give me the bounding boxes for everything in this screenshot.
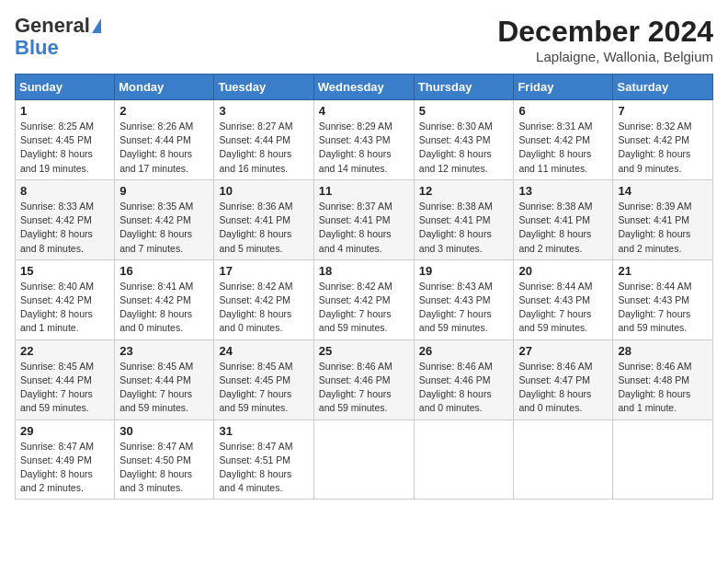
calendar-cell: 13Sunrise: 8:38 AMSunset: 4:41 PMDayligh…	[514, 179, 613, 259]
day-info: Sunrise: 8:44 AMSunset: 4:43 PMDaylight:…	[518, 280, 608, 336]
calendar-cell: 5Sunrise: 8:30 AMSunset: 4:43 PMDaylight…	[414, 100, 514, 180]
day-number: 30	[119, 424, 209, 438]
day-number: 6	[518, 104, 608, 118]
day-info: Sunrise: 8:36 AMSunset: 4:41 PMDaylight:…	[219, 200, 308, 256]
day-number: 12	[419, 184, 509, 198]
week-row-5: 29Sunrise: 8:47 AMSunset: 4:49 PMDayligh…	[16, 419, 713, 500]
calendar-cell: 15Sunrise: 8:40 AMSunset: 4:42 PMDayligh…	[16, 259, 115, 339]
day-number: 13	[518, 184, 608, 198]
day-info: Sunrise: 8:47 AMSunset: 4:49 PMDaylight:…	[20, 440, 109, 496]
day-number: 21	[618, 264, 708, 278]
day-number: 24	[219, 344, 308, 358]
day-info: Sunrise: 8:43 AMSunset: 4:43 PMDaylight:…	[419, 280, 509, 336]
calendar-cell: 11Sunrise: 8:37 AMSunset: 4:41 PMDayligh…	[313, 179, 414, 259]
day-number: 5	[419, 104, 509, 118]
day-number: 15	[20, 264, 109, 278]
page-header: General Blue December 2024 Laplaigne, Wa…	[15, 15, 713, 64]
day-info: Sunrise: 8:47 AMSunset: 4:51 PMDaylight:…	[219, 440, 308, 496]
calendar-cell: 27Sunrise: 8:46 AMSunset: 4:47 PMDayligh…	[514, 339, 613, 419]
day-info: Sunrise: 8:27 AMSunset: 4:44 PMDaylight:…	[219, 120, 308, 176]
day-number: 16	[119, 264, 209, 278]
day-info: Sunrise: 8:45 AMSunset: 4:44 PMDaylight:…	[119, 360, 209, 416]
calendar-cell: 4Sunrise: 8:29 AMSunset: 4:43 PMDaylight…	[313, 100, 414, 180]
day-info: Sunrise: 8:45 AMSunset: 4:44 PMDaylight:…	[20, 360, 109, 416]
calendar-header-monday: Monday	[115, 75, 214, 100]
calendar-cell: 26Sunrise: 8:46 AMSunset: 4:46 PMDayligh…	[414, 339, 514, 419]
title-block: December 2024 Laplaigne, Wallonia, Belgi…	[497, 15, 713, 64]
calendar-header-tuesday: Tuesday	[214, 75, 313, 100]
day-number: 27	[518, 344, 608, 358]
day-number: 17	[219, 264, 308, 278]
day-info: Sunrise: 8:40 AMSunset: 4:42 PMDaylight:…	[20, 280, 109, 336]
month-title: December 2024	[497, 15, 713, 49]
calendar-body: 1Sunrise: 8:25 AMSunset: 4:45 PMDaylight…	[16, 100, 713, 500]
calendar-cell: 18Sunrise: 8:42 AMSunset: 4:42 PMDayligh…	[313, 259, 414, 339]
day-info: Sunrise: 8:26 AMSunset: 4:44 PMDaylight:…	[119, 120, 209, 176]
day-info: Sunrise: 8:46 AMSunset: 4:47 PMDaylight:…	[518, 360, 608, 416]
calendar-cell: 29Sunrise: 8:47 AMSunset: 4:49 PMDayligh…	[16, 419, 115, 500]
calendar-cell	[514, 419, 613, 500]
day-info: Sunrise: 8:44 AMSunset: 4:43 PMDaylight:…	[618, 280, 708, 336]
logo: General Blue	[15, 15, 101, 59]
day-info: Sunrise: 8:41 AMSunset: 4:42 PMDaylight:…	[119, 280, 209, 336]
day-number: 28	[618, 344, 708, 358]
calendar-header-sunday: Sunday	[16, 75, 115, 100]
day-info: Sunrise: 8:25 AMSunset: 4:45 PMDaylight:…	[20, 120, 109, 176]
day-number: 1	[20, 104, 109, 118]
day-number: 4	[319, 104, 409, 118]
calendar-cell: 24Sunrise: 8:45 AMSunset: 4:45 PMDayligh…	[214, 339, 313, 419]
calendar-cell: 7Sunrise: 8:32 AMSunset: 4:42 PMDaylight…	[613, 100, 713, 180]
day-info: Sunrise: 8:46 AMSunset: 4:46 PMDaylight:…	[319, 360, 409, 416]
day-info: Sunrise: 8:32 AMSunset: 4:42 PMDaylight:…	[618, 120, 708, 176]
calendar-cell: 10Sunrise: 8:36 AMSunset: 4:41 PMDayligh…	[214, 179, 313, 259]
calendar-header-thursday: Thursday	[414, 75, 514, 100]
calendar-header-wednesday: Wednesday	[313, 75, 414, 100]
calendar-cell	[313, 419, 414, 500]
day-number: 10	[219, 184, 308, 198]
day-info: Sunrise: 8:39 AMSunset: 4:41 PMDaylight:…	[618, 200, 708, 256]
day-info: Sunrise: 8:38 AMSunset: 4:41 PMDaylight:…	[518, 200, 608, 256]
calendar-cell: 23Sunrise: 8:45 AMSunset: 4:44 PMDayligh…	[115, 339, 214, 419]
calendar-header-row: SundayMondayTuesdayWednesdayThursdayFrid…	[16, 75, 713, 100]
calendar-header-friday: Friday	[514, 75, 613, 100]
calendar-cell: 16Sunrise: 8:41 AMSunset: 4:42 PMDayligh…	[115, 259, 214, 339]
calendar-cell: 31Sunrise: 8:47 AMSunset: 4:51 PMDayligh…	[214, 419, 313, 500]
day-number: 26	[419, 344, 509, 358]
day-info: Sunrise: 8:42 AMSunset: 4:42 PMDaylight:…	[219, 280, 308, 336]
calendar-cell: 12Sunrise: 8:38 AMSunset: 4:41 PMDayligh…	[414, 179, 514, 259]
calendar-header-saturday: Saturday	[613, 75, 713, 100]
day-number: 29	[20, 424, 109, 438]
day-info: Sunrise: 8:33 AMSunset: 4:42 PMDaylight:…	[20, 200, 109, 256]
day-info: Sunrise: 8:35 AMSunset: 4:42 PMDaylight:…	[119, 200, 209, 256]
day-number: 23	[119, 344, 209, 358]
calendar-cell: 20Sunrise: 8:44 AMSunset: 4:43 PMDayligh…	[514, 259, 613, 339]
logo-icon	[92, 18, 101, 33]
day-number: 31	[219, 424, 308, 438]
calendar-cell: 22Sunrise: 8:45 AMSunset: 4:44 PMDayligh…	[16, 339, 115, 419]
day-number: 7	[618, 104, 708, 118]
day-info: Sunrise: 8:30 AMSunset: 4:43 PMDaylight:…	[419, 120, 509, 176]
location: Laplaigne, Wallonia, Belgium	[497, 49, 713, 64]
week-row-3: 15Sunrise: 8:40 AMSunset: 4:42 PMDayligh…	[16, 259, 713, 339]
day-number: 18	[319, 264, 409, 278]
calendar-cell: 6Sunrise: 8:31 AMSunset: 4:42 PMDaylight…	[514, 100, 613, 180]
calendar-cell: 2Sunrise: 8:26 AMSunset: 4:44 PMDaylight…	[115, 100, 214, 180]
day-info: Sunrise: 8:29 AMSunset: 4:43 PMDaylight:…	[319, 120, 409, 176]
calendar-cell	[414, 419, 514, 500]
day-info: Sunrise: 8:37 AMSunset: 4:41 PMDaylight:…	[319, 200, 409, 256]
day-info: Sunrise: 8:47 AMSunset: 4:50 PMDaylight:…	[119, 440, 209, 496]
day-number: 2	[119, 104, 209, 118]
day-number: 11	[319, 184, 409, 198]
day-number: 9	[119, 184, 209, 198]
day-number: 25	[319, 344, 409, 358]
calendar-cell	[613, 419, 713, 500]
calendar-table: SundayMondayTuesdayWednesdayThursdayFrid…	[15, 74, 713, 500]
calendar-cell: 1Sunrise: 8:25 AMSunset: 4:45 PMDaylight…	[16, 100, 115, 180]
calendar-cell: 21Sunrise: 8:44 AMSunset: 4:43 PMDayligh…	[613, 259, 713, 339]
day-info: Sunrise: 8:38 AMSunset: 4:41 PMDaylight:…	[419, 200, 509, 256]
day-info: Sunrise: 8:46 AMSunset: 4:48 PMDaylight:…	[618, 360, 708, 416]
day-info: Sunrise: 8:31 AMSunset: 4:42 PMDaylight:…	[518, 120, 608, 176]
logo-blue-text: Blue	[15, 37, 59, 59]
day-number: 14	[618, 184, 708, 198]
day-number: 19	[419, 264, 509, 278]
